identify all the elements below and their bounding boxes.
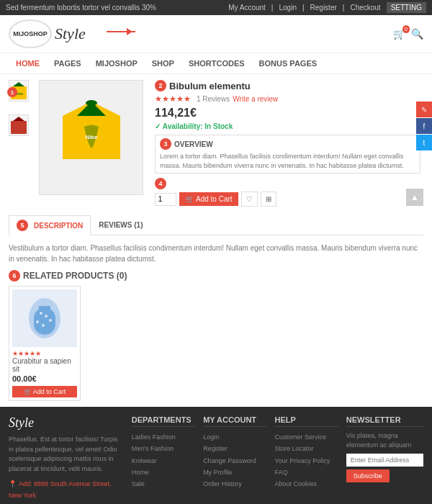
product-tabs: 5 DESCRIPTION REVIEWS (1): [9, 215, 423, 235]
product-price: 114,21€: [155, 107, 420, 120]
header-right: 🛒 0 🔍: [393, 28, 423, 40]
nav-shop[interactable]: SHOP: [145, 53, 181, 73]
navigation: HOME PAGES MIJOSHOP SHOP SHORTCODES BONU…: [0, 53, 432, 74]
social-sidebar: ✎ f t: [416, 102, 432, 150]
footer-help-link-3[interactable]: FAQ: [274, 467, 338, 478]
footer-about-text: Phasellus. Est at tortor facilisis! Turp…: [9, 435, 125, 474]
footer-account-title: MY ACCOUNT: [203, 415, 267, 427]
footer: Style Phasellus. Est at tortor facilisis…: [0, 407, 432, 504]
footer-about-col: Style Phasellus. Est at tortor facilisis…: [9, 415, 125, 504]
product-detail: 2 Bibulum elementu ★★★★★ 1 Reviews Write…: [152, 80, 423, 210]
overview-text: Lorem a tortor diam. Phasellus facilisis…: [160, 152, 415, 170]
svg-point-14: [36, 320, 39, 323]
footer-help-link-2[interactable]: Your Privacy Policy: [274, 455, 338, 467]
footer-newsletter-col: NEWSLETTER Vis platea, magna elementum a…: [346, 415, 423, 504]
related-title: RELATED PRODUCTS (0): [23, 271, 127, 281]
footer-dept-link-3[interactable]: Home: [132, 467, 196, 478]
footer-help-link-4[interactable]: About Cookies: [274, 478, 338, 490]
top-bar-message: Sed fermentum lobortis tortor vel conval…: [6, 4, 156, 12]
newsletter-email-input[interactable]: [346, 454, 423, 467]
svg-point-13: [45, 315, 48, 318]
footer-acc-link-0[interactable]: Login: [203, 431, 267, 443]
related-add-to-cart[interactable]: 🛒 Add to Cart: [12, 386, 77, 397]
footer-grid: Style Phasellus. Est at tortor facilisis…: [9, 415, 423, 504]
svg-point-15: [49, 319, 52, 322]
related-section: 6 RELATED PRODUCTS (0): [0, 267, 432, 404]
nav-pages[interactable]: PAGES: [47, 53, 89, 73]
quantity-row: 🛒 Add to Cart ♡ ⊞: [155, 192, 420, 207]
footer-help-link-1[interactable]: Store Locator: [274, 443, 338, 454]
checkout-link[interactable]: Checkout: [350, 4, 380, 12]
edit-button[interactable]: ✎: [416, 102, 432, 117]
svg-text:Nike: Nike: [85, 134, 97, 140]
twitter-button[interactable]: t: [416, 135, 432, 150]
header: MIJOSHOP Style 🛒 0 🔍 ✎ f t: [0, 15, 432, 53]
product-overview-section: 3 OVERVIEW Lorem a tortor diam. Phasellu…: [155, 135, 420, 174]
footer-address: 📍Add: 8888 South Avenue Street, New York: [9, 478, 125, 501]
annotation-3-badge: 3: [160, 138, 171, 150]
svg-point-16: [42, 324, 45, 327]
logo-arrow: [107, 31, 135, 32]
footer-account-col: MY ACCOUNT Login Register Change Passwor…: [203, 415, 267, 504]
footer-acc-link-2[interactable]: Change Password: [203, 455, 267, 467]
footer-help-title: HELP: [274, 415, 338, 427]
tab-description[interactable]: 5 DESCRIPTION: [9, 215, 91, 235]
my-account-link[interactable]: My Account: [228, 4, 266, 12]
footer-help-link-0[interactable]: Customer Service: [274, 431, 338, 443]
login-link[interactable]: Login: [279, 4, 296, 12]
write-review-link[interactable]: Write a review: [233, 95, 278, 103]
settings-button[interactable]: SETTING: [387, 2, 426, 13]
product-title: 2 Bibulum elementu: [155, 80, 420, 91]
facebook-button[interactable]: f: [416, 118, 432, 134]
brand-name[interactable]: Style: [55, 24, 86, 43]
related-product-stars: ★★★★★: [12, 350, 77, 357]
related-products-list: ★★★★★ Curabitur a sapien sit 00.00€ 🛒 Ad…: [9, 286, 423, 401]
nav-bonus[interactable]: BONUS PAGES: [252, 53, 324, 73]
annotation-2-badge: 2: [155, 80, 166, 91]
footer-phone: 📞Phone: 00.000.0000: [9, 502, 125, 504]
nav-home[interactable]: HOME: [9, 53, 47, 73]
lower-section: 6 RELATED PRODUCTS (0): [0, 267, 432, 404]
thumb-wrapper-1: Nike 1: [9, 80, 30, 112]
footer-dept-link-1[interactable]: Men's Fashion: [132, 443, 196, 454]
related-product-name: Curabitur a sapien sit: [12, 357, 77, 373]
thumbnail-sidebar: Nike 1: [9, 80, 30, 210]
footer-dept-link-4[interactable]: Sale: [132, 478, 196, 490]
product-stars: ★★★★★: [155, 94, 191, 104]
overview-label: 3 OVERVIEW: [160, 138, 415, 150]
footer-dept-link-2[interactable]: Knitwear: [132, 455, 196, 467]
related-product-price: 00.00€: [12, 374, 77, 383]
logo-badge[interactable]: MIJOSHOP: [9, 19, 52, 48]
product-section: Nike 1 Nike 2 Bibulum elementu: [0, 74, 432, 215]
tab-reviews[interactable]: REVIEWS (1): [91, 215, 150, 235]
top-bar-right: My Account | Login | Register | Checkout…: [228, 2, 426, 13]
related-header: 6 RELATED PRODUCTS (0): [9, 270, 423, 282]
annotation-1-badge: 1: [7, 87, 17, 97]
add-to-cart-button[interactable]: 🛒 Add to Cart: [179, 192, 238, 206]
cart-icon[interactable]: 🛒 0: [393, 28, 405, 40]
top-bar: Sed fermentum lobortis tortor vel conval…: [0, 0, 432, 15]
wishlist-button[interactable]: ♡: [241, 192, 258, 207]
newsletter-subscribe-button[interactable]: Subscribe: [346, 469, 390, 482]
product-thumbnail-2[interactable]: [9, 114, 29, 136]
footer-dept-link-0[interactable]: Ladies Fashion: [132, 431, 196, 443]
review-count: 1 Reviews: [197, 95, 230, 103]
footer-brand: Style: [9, 415, 125, 431]
shopping-options: 4 🛒 Add to Cart ♡ ⊞: [155, 178, 420, 207]
search-icon[interactable]: 🔍: [411, 28, 423, 40]
footer-dept-links: Ladies Fashion Men's Fashion Knitwear Ho…: [132, 431, 196, 490]
annotation-6-badge: 6: [9, 270, 20, 282]
related-product-image: [12, 289, 77, 347]
scroll-top-button[interactable]: ▲: [406, 189, 423, 206]
quantity-input[interactable]: [155, 193, 176, 206]
svg-rect-11: [39, 306, 50, 317]
footer-acc-link-4[interactable]: Order History: [203, 478, 267, 490]
svg-rect-2: [11, 121, 27, 134]
nav-mijoshop[interactable]: MIJOSHOP: [89, 53, 145, 73]
footer-acc-link-1[interactable]: Register: [203, 443, 267, 454]
footer-acc-link-3[interactable]: My Profile: [203, 467, 267, 478]
compare-button[interactable]: ⊞: [261, 192, 276, 207]
nav-shortcodes[interactable]: SHORTCODES: [181, 53, 252, 73]
svg-point-7: [86, 100, 97, 106]
register-link[interactable]: Register: [310, 4, 337, 12]
